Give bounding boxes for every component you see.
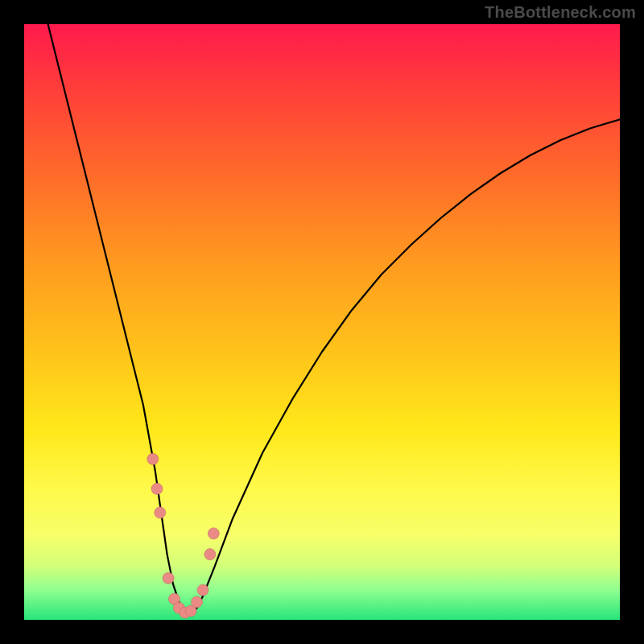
chart-frame: TheBottleneck.com — [0, 0, 644, 644]
bottleneck-curve — [48, 24, 620, 614]
watermark-text: TheBottleneck.com — [485, 3, 636, 22]
marker-group — [147, 453, 219, 618]
plot-area — [24, 24, 620, 620]
curve-svg — [24, 24, 620, 620]
